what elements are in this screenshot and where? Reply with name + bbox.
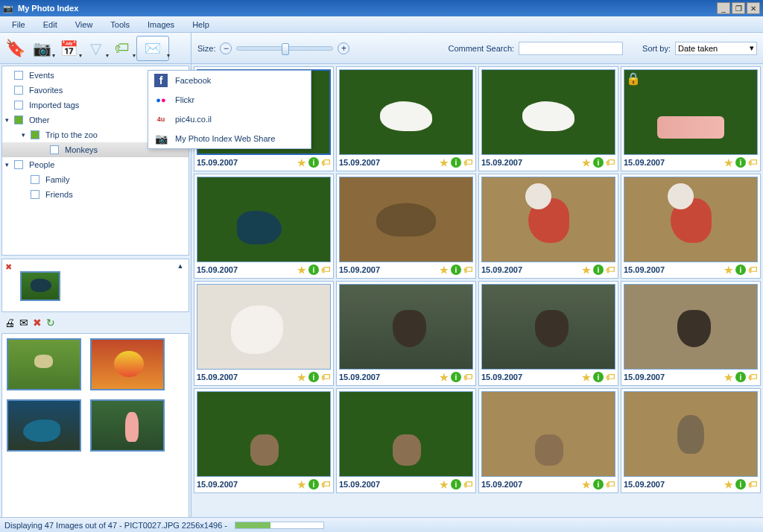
info-icon[interactable]: i: [308, 479, 319, 490]
info-icon[interactable]: i: [735, 265, 746, 275]
tag-icon[interactable]: 🏷: [463, 372, 473, 382]
info-icon[interactable]: i: [735, 372, 746, 382]
thumbnail-cell[interactable]: 15.09.2007★i🏷: [621, 388, 761, 493]
thumbnail-cell[interactable]: 15.09.2007★i🏷: [621, 281, 761, 386]
rotate-icon[interactable]: ↻: [46, 317, 55, 329]
close-button[interactable]: ✕: [747, 2, 760, 14]
tag-icon[interactable]: 🏷: [320, 372, 331, 382]
tag-icon[interactable]: 🏷: [605, 372, 615, 382]
maximize-button[interactable]: ❐: [732, 2, 745, 14]
share-web[interactable]: 📷My Photo Index Web Share: [148, 129, 311, 148]
star-icon[interactable]: ★: [581, 479, 592, 490]
info-icon[interactable]: i: [593, 157, 604, 168]
thumbnail-cell[interactable]: 15.09.2007★i🏷: [478, 281, 618, 386]
thumbnail-cell[interactable]: 15.09.2007★i🏷: [336, 388, 476, 493]
scroll-up-icon[interactable]: ▲: [175, 262, 186, 308]
thumbnail-cell[interactable]: 15.09.2007★i🏷: [194, 388, 334, 493]
tag-icon[interactable]: 🏷: [320, 157, 331, 168]
star-icon[interactable]: ★: [724, 372, 734, 382]
info-icon[interactable]: i: [308, 372, 319, 382]
star-icon[interactable]: ★: [297, 372, 307, 382]
share-flickr[interactable]: ●●Flickr: [148, 90, 311, 110]
info-icon[interactable]: i: [593, 265, 604, 275]
tree-family[interactable]: Family: [2, 172, 189, 187]
menu-tools[interactable]: Tools: [101, 19, 139, 31]
info-icon[interactable]: i: [308, 265, 319, 275]
thumbnail-image[interactable]: [481, 391, 615, 477]
star-icon[interactable]: ★: [297, 479, 307, 490]
zoom-in-button[interactable]: +: [338, 42, 349, 54]
share-button[interactable]: ✉️▾: [136, 36, 169, 61]
sort-select[interactable]: Date taken▾: [675, 42, 757, 55]
thumbnail-cell[interactable]: 15.09.2007★i🏷: [336, 66, 476, 171]
info-icon[interactable]: i: [451, 372, 461, 382]
tag-icon[interactable]: 🏷: [320, 265, 331, 275]
thumbnail-image[interactable]: 🔒: [624, 69, 758, 155]
info-icon[interactable]: i: [735, 157, 746, 168]
star-icon[interactable]: ★: [439, 479, 449, 490]
thumbnail-cell[interactable]: 15.09.2007★i🏷: [194, 281, 334, 386]
filter-button[interactable]: ▽▾: [83, 36, 108, 61]
thumbnail-image[interactable]: [481, 284, 615, 370]
tag-icon[interactable]: 🏷: [747, 372, 758, 382]
tray-thumb[interactable]: [7, 399, 81, 452]
star-icon[interactable]: ★: [724, 157, 734, 168]
minimize-button[interactable]: _: [717, 2, 730, 14]
tray-thumb[interactable]: [90, 399, 165, 452]
tag-icon[interactable]: 🏷: [747, 265, 758, 275]
star-icon[interactable]: ★: [724, 265, 734, 275]
share-pic4u[interactable]: 4upic4u.co.il: [148, 110, 311, 129]
star-icon[interactable]: ★: [439, 372, 449, 382]
thumbnail-cell[interactable]: 15.09.2007★i🏷: [478, 388, 618, 493]
info-icon[interactable]: i: [451, 265, 461, 275]
print-icon[interactable]: 🖨: [4, 317, 15, 329]
thumbnail-image[interactable]: [197, 284, 331, 370]
size-slider[interactable]: [236, 46, 333, 51]
tag-icon[interactable]: 🏷: [605, 265, 615, 275]
tray-thumb[interactable]: [90, 338, 165, 390]
share-facebook[interactable]: fFacebook: [148, 71, 311, 90]
tag-thumbnail[interactable]: [20, 271, 60, 301]
tray-thumb[interactable]: [7, 338, 81, 390]
thumbnail-image[interactable]: [339, 177, 473, 262]
mail-icon[interactable]: ✉: [19, 317, 28, 329]
thumbnail-cell[interactable]: 15.09.2007★i🏷: [478, 174, 618, 279]
thumbnail-image[interactable]: [339, 69, 473, 155]
thumbnail-image[interactable]: [197, 391, 331, 477]
tag-icon[interactable]: 🏷: [747, 157, 758, 168]
menu-help[interactable]: Help: [183, 19, 218, 31]
tag-filter-button[interactable]: 🏷▾: [110, 36, 135, 61]
info-icon[interactable]: i: [593, 479, 604, 490]
menu-file[interactable]: File: [3, 19, 34, 31]
remove-icon[interactable]: ✖: [33, 317, 42, 329]
tag-icon[interactable]: 🏷: [605, 479, 615, 490]
info-icon[interactable]: i: [735, 479, 746, 490]
thumbnail-image[interactable]: [197, 177, 331, 262]
star-icon[interactable]: ★: [581, 157, 592, 168]
thumbnail-cell[interactable]: 15.09.2007★i🏷: [336, 281, 476, 386]
tree-people[interactable]: ▾People: [2, 157, 189, 172]
delete-tag-icon[interactable]: ✖: [5, 262, 12, 271]
tag-icon[interactable]: 🏷: [747, 479, 758, 490]
star-icon[interactable]: ★: [439, 265, 449, 275]
thumbnail-cell[interactable]: 🔒15.09.2007★i🏷: [621, 66, 761, 171]
calendar-button[interactable]: 📅▾: [56, 36, 81, 61]
thumbnail-cell[interactable]: 15.09.2007★i🏷: [194, 174, 334, 279]
thumbnail-image[interactable]: [624, 391, 758, 477]
menu-images[interactable]: Images: [139, 19, 183, 31]
tag-icon[interactable]: 🏷: [320, 479, 331, 490]
star-icon[interactable]: ★: [581, 372, 592, 382]
info-icon[interactable]: i: [308, 157, 319, 168]
tag-icon[interactable]: 🏷: [463, 265, 473, 275]
info-icon[interactable]: i: [451, 479, 461, 490]
star-icon[interactable]: ★: [439, 157, 449, 168]
zoom-out-button[interactable]: −: [220, 42, 232, 54]
thumbnail-image[interactable]: [481, 177, 615, 262]
menu-edit[interactable]: Edit: [34, 19, 66, 31]
thumbnail-cell[interactable]: 15.09.2007★i🏷: [336, 174, 476, 279]
slider-knob[interactable]: [282, 43, 289, 55]
info-icon[interactable]: i: [451, 157, 461, 168]
tag-icon[interactable]: 🏷: [463, 157, 473, 168]
star-icon[interactable]: ★: [297, 265, 307, 275]
thumbnail-cell[interactable]: 15.09.2007★i🏷: [621, 174, 761, 279]
